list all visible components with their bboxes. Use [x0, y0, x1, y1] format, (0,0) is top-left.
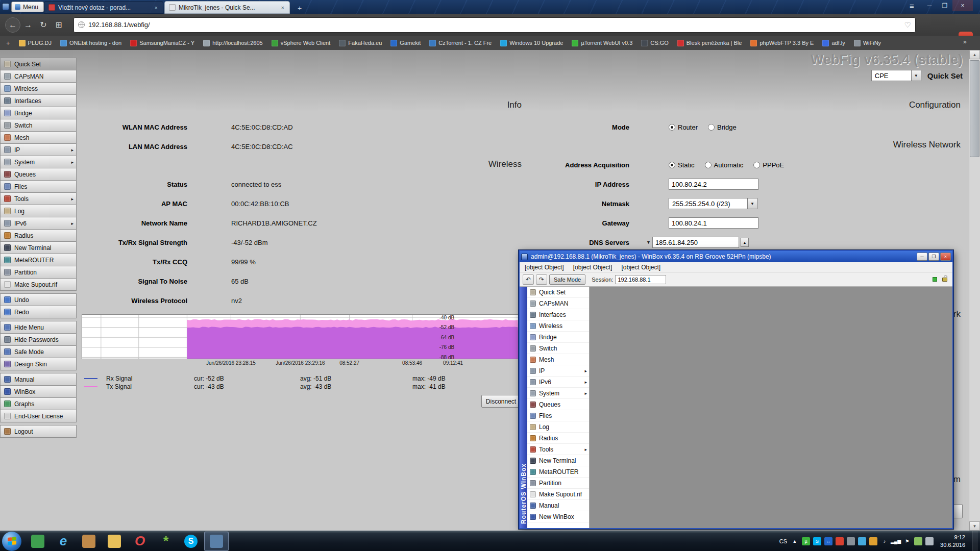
- session-input[interactable]: [615, 275, 666, 284]
- quickset-mode-select[interactable]: CPE ▼: [871, 70, 921, 81]
- webfig-menu-item[interactable]: Design Skin ▸: [0, 358, 77, 370]
- safe-mode-button[interactable]: Safe Mode: [549, 274, 585, 285]
- webfig-menu-item[interactable]: New Terminal ▸: [0, 241, 77, 254]
- winbox-menu-item[interactable]: Wireless ▸: [527, 320, 589, 332]
- radio-option[interactable]: Static: [669, 161, 695, 169]
- winbox-menu-item[interactable]: Manual ▸: [527, 500, 589, 511]
- winbox-menu-item[interactable]: Switch ▸: [527, 343, 589, 354]
- webfig-menu-item[interactable]: CAPsMAN ▸: [0, 70, 77, 83]
- winbox-menu-item[interactable]: New Terminal ▸: [527, 455, 589, 466]
- radio-option[interactable]: Bridge: [708, 123, 737, 131]
- power-tray-icon[interactable]: [914, 537, 922, 545]
- radio-option[interactable]: Automatic: [705, 161, 744, 169]
- dns-server-input[interactable]: [652, 237, 739, 248]
- webfig-menu-item[interactable]: Manual ▸: [0, 373, 77, 386]
- webfig-menu-item[interactable]: Queues ▸: [0, 168, 77, 181]
- webfig-menu-item[interactable]: Log ▸: [0, 205, 77, 217]
- undo-icon[interactable]: ↶: [523, 274, 534, 285]
- scrollbar-thumb[interactable]: [970, 60, 979, 157]
- network-tray-icon[interactable]: ▂▄▆: [892, 537, 900, 545]
- gateway-input[interactable]: [669, 217, 758, 229]
- skype-app-icon[interactable]: S: [179, 532, 203, 551]
- winbox-titlebar[interactable]: admin@192.168.88.1 (MikroTik_jenes) - Wi…: [520, 251, 952, 262]
- winbox-menu-item[interactable]: IP ▸: [527, 365, 589, 377]
- webfig-menu-item[interactable]: Quick Set ▸: [0, 58, 77, 70]
- bookmark-item[interactable]: Windows 10 Upgrade: [500, 40, 563, 46]
- action-center-flag-icon[interactable]: ⚑: [903, 537, 911, 545]
- bookmark-item[interactable]: FakaHeda.eu: [339, 40, 382, 46]
- webfig-menu-item[interactable]: Mesh ▸: [0, 131, 77, 144]
- disconnect-button[interactable]: Disconnect: [481, 395, 521, 408]
- back-button[interactable]: ←: [5, 17, 20, 33]
- bookmark-item[interactable]: ONEbit hosting - don: [60, 40, 121, 46]
- winbox-menu[interactable]: [object Object]: [521, 264, 568, 271]
- radio-option[interactable]: PPPoE: [753, 161, 784, 169]
- winbox-menu[interactable]: [object Object]: [569, 264, 617, 271]
- winbox-menu-item[interactable]: IPv6 ▸: [527, 377, 589, 388]
- webfig-menu-item[interactable]: Redo ▸: [0, 306, 77, 318]
- scroll-down-icon[interactable]: ▼: [969, 521, 980, 531]
- browser-tab-active[interactable]: MikroTik_jenes - Quick Se... ×: [164, 1, 290, 14]
- folder-explorer-icon[interactable]: [102, 532, 127, 551]
- add-dns-entry-button[interactable]: ▲: [741, 238, 749, 247]
- webfig-menu-item[interactable]: Switch ▸: [0, 119, 77, 132]
- webfig-menu-item[interactable]: Wireless ▸: [0, 82, 77, 95]
- winbox-menu-item[interactable]: Interfaces ▸: [527, 309, 589, 320]
- update-tray-icon[interactable]: [869, 537, 877, 545]
- language-indicator[interactable]: CS: [779, 538, 787, 544]
- webfig-menu-item[interactable]: Files ▸: [0, 180, 77, 193]
- winbox-menu-item[interactable]: MetaROUTER ▸: [527, 466, 589, 478]
- winbox-menu-item[interactable]: Log ▸: [527, 421, 589, 433]
- winbox-maximize-button[interactable]: ❐: [928, 253, 939, 261]
- bookmark-item[interactable]: adf.ly: [822, 40, 845, 46]
- skype-tray-icon[interactable]: S: [813, 537, 821, 545]
- drive-tray-icon[interactable]: [925, 537, 934, 545]
- browser-tab-inactive[interactable]: Vložit nový dotaz - porad... ×: [44, 1, 163, 14]
- webfig-menu-item[interactable]: Hide Menu ▸: [0, 321, 77, 334]
- collapse-triangle-icon[interactable]: ▼: [646, 240, 651, 245]
- winbox-app-icon[interactable]: [204, 532, 229, 551]
- bookmark-item[interactable]: µTorrent WebUI v0.3: [572, 40, 632, 46]
- webfig-menu-item[interactable]: Make Supout.rif ▸: [0, 278, 77, 291]
- winbox-menu-item[interactable]: Tools ▸: [527, 444, 589, 455]
- internet-explorer-icon[interactable]: e: [51, 532, 76, 551]
- winbox-menu-item[interactable]: Files ▸: [527, 410, 589, 421]
- bookmark-item[interactable]: CzTorrent - 1. CZ Fre: [429, 40, 492, 46]
- winbox-menu[interactable]: [object Object]: [617, 264, 665, 271]
- winbox-menu-item[interactable]: System ▸: [527, 388, 589, 399]
- webfig-menu-item[interactable]: Tools ▸: [0, 192, 77, 205]
- show-desktop-button[interactable]: [972, 531, 978, 551]
- page-scrollbar[interactable]: ▲ ▼: [969, 50, 980, 531]
- winbox-minimize-button[interactable]: ─: [917, 253, 927, 261]
- messenger-tray-icon[interactable]: [858, 537, 866, 545]
- sync-tray-icon[interactable]: [847, 537, 855, 545]
- winbox-menu-item[interactable]: CAPsMAN ▸: [527, 298, 589, 309]
- winbox-close-button[interactable]: ×: [940, 253, 951, 261]
- bookmark-item[interactable]: WiFiNy: [854, 40, 881, 46]
- winbox-menu-item[interactable]: Partition ▸: [527, 478, 589, 489]
- winbox-menu-item[interactable]: Make Supout.rif ▸: [527, 489, 589, 500]
- heart-bookmark-icon[interactable]: ♡: [904, 20, 911, 30]
- forward-button[interactable]: →: [20, 17, 36, 33]
- winbox-menu-item[interactable]: New WinBox ▸: [527, 511, 589, 522]
- address-bar[interactable]: ♡: [74, 17, 916, 33]
- new-tab-button[interactable]: +: [293, 3, 306, 13]
- tab-close-icon[interactable]: ×: [154, 5, 159, 11]
- winbox-menu-item[interactable]: Queues ▸: [527, 399, 589, 410]
- webfig-menu-item[interactable]: IPv6 ▸: [0, 217, 77, 230]
- webfig-menu-item[interactable]: Partition ▸: [0, 266, 77, 279]
- webfig-menu-item[interactable]: Interfaces ▸: [0, 94, 77, 107]
- bookmarks-overflow-chevron[interactable]: »: [963, 38, 967, 45]
- bookmark-item[interactable]: SamsungManiaCZ - Y: [130, 40, 194, 46]
- bookmark-item[interactable]: vSphere Web Client: [272, 40, 331, 46]
- window-close-button[interactable]: ×: [952, 0, 973, 11]
- taskbar-clock[interactable]: 9:12 30.6.2016: [940, 534, 965, 549]
- winbox-menu-item[interactable]: Quick Set ▸: [527, 287, 589, 298]
- netmask-select[interactable]: 255.255.254.0 (/23) ▼: [669, 198, 757, 209]
- webfig-menu-item[interactable]: IP ▸: [0, 143, 77, 156]
- window-maximize-button[interactable]: ❐: [937, 0, 952, 11]
- bookmark-item[interactable]: CS:GO: [641, 40, 668, 46]
- teamviewer-tray-icon[interactable]: ↔: [824, 537, 832, 545]
- webfig-menu-item[interactable]: Bridge ▸: [0, 107, 77, 119]
- scroll-up-icon[interactable]: ▲: [969, 50, 980, 59]
